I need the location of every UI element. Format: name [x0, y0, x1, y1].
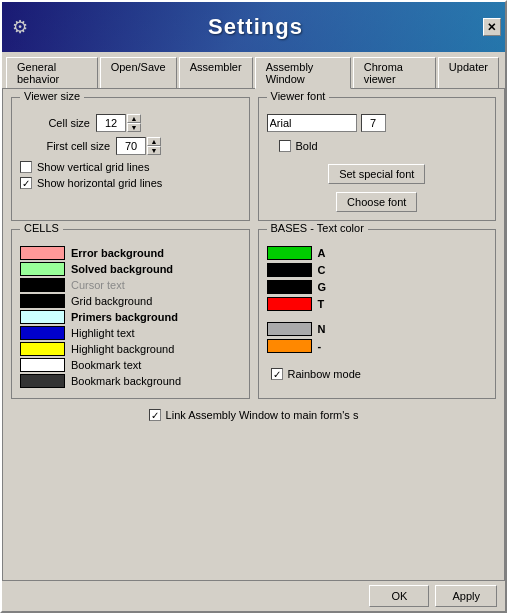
show-horizontal-label: Show horizontal grid lines — [37, 177, 162, 189]
base-g-letter: G — [318, 281, 327, 293]
base-row-dash: - — [267, 339, 488, 353]
tab-chroma[interactable]: Chroma viewer — [353, 57, 436, 89]
tab-assembler[interactable]: Assembler — [179, 57, 253, 89]
title-bar: ⚙ Settings ✕ — [2, 2, 505, 52]
first-cell-input[interactable] — [116, 137, 146, 155]
color-row-primers: Primers background — [20, 310, 241, 324]
show-vertical-checkbox[interactable] — [20, 161, 32, 173]
cell-size-up[interactable]: ▲ — [127, 114, 141, 123]
choose-font-button[interactable]: Choose font — [336, 192, 417, 212]
color-row-cursor: Cursor text — [20, 278, 241, 292]
rainbow-label: Rainbow mode — [288, 368, 361, 380]
color-row-highlight-text: Highlight text — [20, 326, 241, 340]
base-row-t: T — [267, 297, 488, 311]
ok-button[interactable]: OK — [369, 585, 429, 607]
viewer-font-group: Viewer font Bold Set special font Choose… — [258, 97, 497, 221]
footer-buttons: OK Apply — [2, 581, 505, 611]
base-row-a: A — [267, 246, 488, 260]
error-bg-label: Error background — [71, 247, 164, 259]
bases-group: BASES - Text color A C G T — [258, 229, 497, 399]
viewer-size-label: Viewer size — [20, 90, 84, 102]
color-row-bookmark-bg: Bookmark background — [20, 374, 241, 388]
font-size-input[interactable] — [361, 114, 386, 132]
cell-size-input[interactable] — [96, 114, 126, 132]
color-row-grid: Grid background — [20, 294, 241, 308]
base-dash-letter: - — [318, 340, 322, 352]
base-c-swatch[interactable] — [267, 263, 312, 277]
base-row-n: N — [267, 322, 488, 336]
tab-updater[interactable]: Updater — [438, 57, 499, 89]
bookmark-text-label: Bookmark text — [71, 359, 141, 371]
bold-label: Bold — [296, 140, 318, 152]
first-cell-down[interactable]: ▼ — [147, 146, 161, 155]
base-row-c: C — [267, 263, 488, 277]
cells-group: CELLS Error background Solved background… — [11, 229, 250, 399]
base-n-letter: N — [318, 323, 326, 335]
cell-size-spinbox: ▲ ▼ — [96, 114, 141, 132]
viewer-size-group: Viewer size Cell size ▲ ▼ First cell siz… — [11, 97, 250, 221]
error-bg-swatch[interactable] — [20, 246, 65, 260]
grid-bg-swatch[interactable] — [20, 294, 65, 308]
base-a-swatch[interactable] — [267, 246, 312, 260]
cursor-text-swatch[interactable] — [20, 278, 65, 292]
color-row-highlight-bg: Highlight background — [20, 342, 241, 356]
color-row-solved: Solved background — [20, 262, 241, 276]
highlight-bg-swatch[interactable] — [20, 342, 65, 356]
color-row-bookmark-text: Bookmark text — [20, 358, 241, 372]
base-row-g: G — [267, 280, 488, 294]
base-n-swatch[interactable] — [267, 322, 312, 336]
primers-bg-label: Primers background — [71, 311, 178, 323]
link-assembly-label: Link Assembly Window to main form's s — [166, 409, 359, 421]
first-cell-label: First cell size — [20, 140, 110, 152]
footer-check-row: ✓ Link Assembly Window to main form's s — [11, 409, 496, 421]
tab-bar: General behavior Open/Save Assembler Ass… — [2, 52, 505, 88]
viewer-font-label: Viewer font — [267, 90, 330, 102]
window-title: Settings — [208, 14, 303, 40]
cell-size-down[interactable]: ▼ — [127, 123, 141, 132]
show-vertical-label: Show vertical grid lines — [37, 161, 150, 173]
bookmark-bg-swatch[interactable] — [20, 374, 65, 388]
tab-general[interactable]: General behavior — [6, 57, 98, 89]
close-button[interactable]: ✕ — [483, 18, 501, 36]
base-t-letter: T — [318, 298, 325, 310]
bookmark-bg-label: Bookmark background — [71, 375, 181, 387]
color-row-error: Error background — [20, 246, 241, 260]
tab-opensave[interactable]: Open/Save — [100, 57, 177, 89]
settings-window: ⚙ Settings ✕ General behavior Open/Save … — [0, 0, 507, 613]
base-dash-swatch[interactable] — [267, 339, 312, 353]
apply-button[interactable]: Apply — [435, 585, 497, 607]
cell-size-label: Cell size — [20, 117, 90, 129]
base-t-swatch[interactable] — [267, 297, 312, 311]
link-assembly-checkbox[interactable]: ✓ — [149, 409, 161, 421]
cells-label: CELLS — [20, 222, 63, 234]
cursor-text-label: Cursor text — [71, 279, 125, 291]
highlight-text-swatch[interactable] — [20, 326, 65, 340]
tab-assembly-window[interactable]: Assembly Window — [255, 57, 351, 89]
settings-icon: ⚙ — [12, 16, 28, 38]
highlight-bg-label: Highlight background — [71, 343, 174, 355]
tab-content: Viewer size Cell size ▲ ▼ First cell siz… — [2, 88, 505, 581]
highlight-text-label: Highlight text — [71, 327, 135, 339]
bold-checkbox[interactable] — [279, 140, 291, 152]
bases-label: BASES - Text color — [267, 222, 368, 234]
bookmark-text-swatch[interactable] — [20, 358, 65, 372]
grid-bg-label: Grid background — [71, 295, 152, 307]
base-a-letter: A — [318, 247, 326, 259]
show-horizontal-checkbox[interactable]: ✓ — [20, 177, 32, 189]
rainbow-checkbox[interactable]: ✓ — [271, 368, 283, 380]
first-cell-up[interactable]: ▲ — [147, 137, 161, 146]
font-name-input[interactable] — [267, 114, 357, 132]
first-cell-spinbox: ▲ ▼ — [116, 137, 161, 155]
solved-bg-label: Solved background — [71, 263, 173, 275]
primers-bg-swatch[interactable] — [20, 310, 65, 324]
solved-bg-swatch[interactable] — [20, 262, 65, 276]
set-special-font-button[interactable]: Set special font — [328, 164, 425, 184]
base-g-swatch[interactable] — [267, 280, 312, 294]
base-c-letter: C — [318, 264, 326, 276]
